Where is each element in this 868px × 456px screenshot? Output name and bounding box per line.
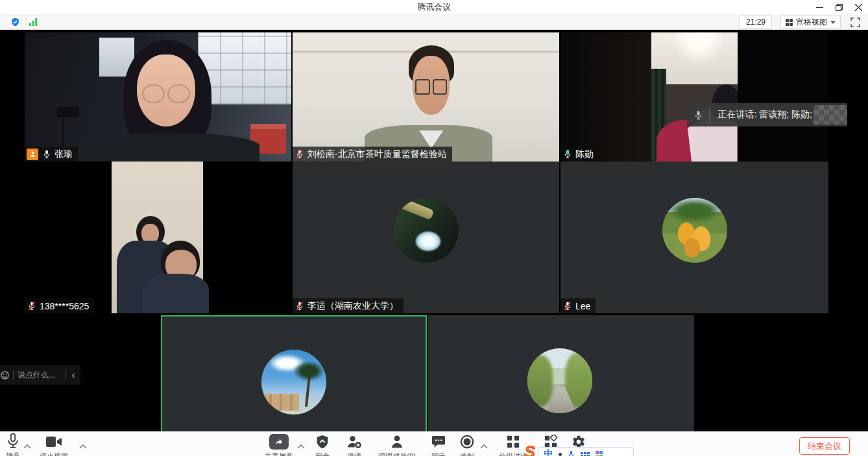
title-bar: 腾讯会议 — [0, 0, 868, 14]
stop-video-button[interactable]: 停止视频 — [34, 434, 74, 456]
participant-name: 张瑜 — [54, 149, 73, 160]
record-button[interactable]: 录制 — [454, 434, 480, 456]
layout-switch-label: 宫格视图 — [796, 17, 827, 28]
breakout-squares-icon — [506, 434, 520, 450]
network-status-button[interactable] — [26, 16, 40, 29]
security-button[interactable]: 安全 — [307, 434, 337, 456]
status-bar: 21:29 宫格视图 — [0, 14, 868, 30]
manage-members-button[interactable]: 管理成员(9) — [371, 434, 423, 456]
video-tile-zhangyu[interactable]: 张瑜 — [25, 32, 291, 162]
share-options-chevron[interactable] — [297, 440, 307, 451]
participant-name: 138****5625 — [40, 301, 89, 311]
close-button[interactable] — [849, 0, 868, 14]
ime-panel: S 中 — [524, 444, 634, 456]
chat-quick-bar: 说点什么... ‹ — [0, 365, 80, 385]
members-person-icon — [390, 434, 404, 450]
participant-nameplate: 李适（湖南农业大学） — [293, 298, 404, 313]
signal-bars-icon — [29, 18, 38, 26]
meeting-security-status-button[interactable] — [8, 16, 22, 29]
video-tile-lishi[interactable]: 李适（湖南农业大学） — [293, 162, 559, 313]
mic-on-icon — [42, 149, 51, 160]
stop-video-label: 停止视频 — [40, 451, 68, 456]
mute-label: 静音 — [6, 451, 20, 456]
mic-speaking-icon — [562, 149, 572, 160]
window-title: 腾讯会议 — [0, 1, 868, 13]
avatar — [394, 198, 459, 263]
fullscreen-button[interactable] — [849, 16, 862, 28]
participant-nameplate: Lee — [561, 298, 596, 313]
speaking-toast-text: 正在讲话: 雷该翔; 陈勋; — [710, 109, 812, 121]
end-meeting-button[interactable]: 结束会议 — [799, 437, 850, 455]
ime-skin-icon[interactable] — [596, 451, 603, 456]
mic-toast-icon — [687, 107, 710, 123]
ime-lang-indicator[interactable]: 中 — [544, 448, 553, 456]
participant-nameplate: 张瑜 — [25, 147, 78, 162]
video-tile-phone-user[interactable]: 138****5625 — [25, 162, 291, 313]
speaking-toast: 正在讲话: 雷该翔; 陈勋; — [687, 103, 847, 126]
chat-bubble-icon — [431, 434, 446, 450]
video-frame — [25, 32, 291, 162]
breakout-rooms-label: 分组讨论 — [499, 451, 527, 456]
chat-input[interactable]: 说点什么... — [14, 370, 66, 381]
video-frame — [293, 32, 559, 162]
security-shield-icon — [316, 434, 329, 450]
avatar — [527, 348, 592, 413]
minimize-button[interactable] — [810, 0, 829, 14]
ime-dot-icon[interactable] — [559, 453, 562, 456]
camera-icon — [45, 434, 62, 450]
microphone-icon — [6, 433, 20, 449]
mute-button[interactable]: 静音 — [1, 433, 25, 456]
maximize-button[interactable] — [829, 0, 849, 14]
participant-name: 李适（湖南农业大学） — [307, 300, 398, 312]
emoji-icon[interactable] — [0, 370, 13, 380]
minimize-icon — [816, 4, 823, 11]
chevron-down-icon — [830, 21, 836, 24]
share-screen-icon — [269, 434, 289, 450]
bottom-toolbar: 静音 停止视频 共享屏幕 — [0, 431, 868, 456]
participant-nameplate: 陈勋 — [561, 147, 599, 162]
close-icon — [855, 4, 862, 11]
share-screen-button[interactable]: 共享屏幕 — [261, 434, 297, 456]
meeting-timer: 21:29 — [740, 16, 772, 29]
restore-icon — [836, 4, 843, 11]
record-options-chevron[interactable] — [480, 440, 490, 451]
shield-check-icon — [11, 18, 19, 27]
voice-input-icon[interactable] — [568, 450, 575, 456]
mic-options-chevron[interactable] — [23, 440, 31, 451]
collapse-chat-button[interactable]: ‹ — [66, 370, 80, 380]
video-frame — [25, 162, 291, 313]
ime-toolbar: 中 — [538, 447, 634, 456]
participant-nameplate: 138****5625 — [25, 298, 94, 313]
video-frame — [561, 32, 828, 162]
camera-options-chevron[interactable] — [79, 440, 87, 451]
video-tile-lee[interactable]: Lee — [561, 162, 828, 313]
invite-person-plus-icon — [346, 434, 362, 450]
participant-name: 陈勋 — [575, 149, 594, 160]
invite-button[interactable]: 邀请 — [337, 434, 371, 456]
meeting-window: 腾讯会议 21:29 — [0, 0, 868, 456]
mic-muted-icon — [27, 301, 36, 311]
grid-view-icon — [786, 19, 793, 26]
participant-name: 刘松南-北京市茶叶质量监督检验站 — [307, 149, 447, 160]
host-badge-icon — [27, 149, 38, 160]
video-tile-chenxun[interactable]: 陈勋 — [561, 32, 828, 162]
record-label: 录制 — [460, 451, 474, 456]
window-controls — [810, 0, 868, 14]
mic-muted-icon — [295, 301, 304, 311]
participant-name: Lee — [575, 301, 590, 311]
chat-button[interactable]: 聊天 — [423, 434, 454, 456]
censored-name-blur — [814, 105, 847, 125]
participant-nameplate: 刘松南-北京市茶叶质量监督检验站 — [293, 147, 452, 162]
fullscreen-icon — [850, 18, 860, 27]
security-label: 安全 — [315, 451, 330, 456]
layout-switch-button[interactable]: 宫格视图 — [780, 16, 841, 29]
share-screen-label: 共享屏幕 — [265, 451, 293, 456]
avatar — [261, 350, 326, 414]
record-circle-icon — [460, 434, 474, 450]
manage-members-label: 管理成员(9) — [378, 451, 415, 456]
mic-muted-icon — [562, 301, 572, 311]
invite-label: 邀请 — [347, 451, 361, 456]
avatar — [662, 198, 727, 263]
keyboard-icon[interactable] — [581, 452, 590, 456]
video-tile-liusongnan[interactable]: 刘松南-北京市茶叶质量监督检验站 — [293, 32, 559, 162]
